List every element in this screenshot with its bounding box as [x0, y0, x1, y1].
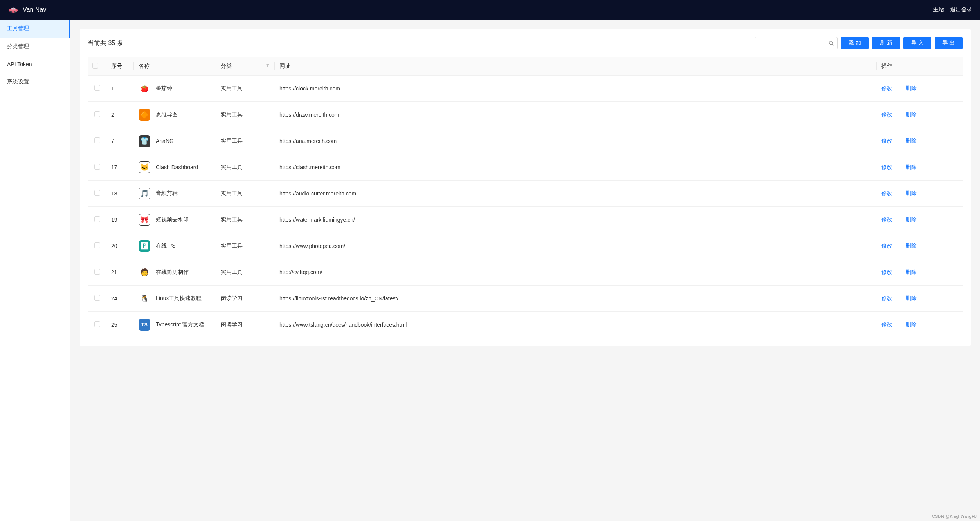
content-card: 当前共 35 条 添加 刷新 导入 导出 [80, 29, 971, 346]
row-name-cell: 🔶 思维导图 [134, 102, 216, 128]
row-checkbox[interactable] [94, 164, 100, 170]
table-row: 17 🐱 Clash Dashboard 实用工具 https://clash.… [88, 154, 963, 181]
edit-link[interactable]: 修改 [881, 321, 892, 327]
edit-link[interactable]: 修改 [881, 190, 892, 196]
table-row: 19 🎀 短视频去水印 实用工具 https://watermark.liumi… [88, 207, 963, 233]
row-url: https://aria.mereith.com [275, 128, 877, 154]
delete-link[interactable]: 删除 [906, 295, 917, 301]
row-name-cell: 🐱 Clash Dashboard [134, 154, 216, 181]
row-actions: 修改 删除 [877, 312, 963, 338]
refresh-button[interactable]: 刷新 [872, 37, 900, 49]
sidebar-item-1[interactable]: 分类管理 [0, 38, 70, 56]
row-checkbox-cell [88, 233, 106, 259]
row-name-cell: 🍅 番茄钟 [134, 76, 216, 102]
edit-link[interactable]: 修改 [881, 242, 892, 249]
row-checkbox[interactable] [94, 111, 100, 117]
row-seq: 1 [106, 76, 134, 102]
item-name: Clash Dashboard [156, 164, 198, 170]
row-seq: 25 [106, 312, 134, 338]
row-actions: 修改 删除 [877, 286, 963, 312]
row-url: https://www.tslang.cn/docs/handbook/inte… [275, 312, 877, 338]
row-checkbox[interactable] [94, 85, 100, 91]
item-name: Typescript 官方文档 [156, 321, 204, 328]
row-url: http://cv.ftqq.com/ [275, 259, 877, 286]
sidebar-item-0[interactable]: 工具管理 [0, 20, 70, 38]
edit-link[interactable]: 修改 [881, 111, 892, 118]
row-category: 实用工具 [216, 181, 275, 207]
delete-link[interactable]: 删除 [906, 269, 917, 275]
edit-link[interactable]: 修改 [881, 85, 892, 91]
header-url[interactable]: 网址 [275, 57, 877, 76]
row-name-cell: 🎵 音频剪辑 [134, 181, 216, 207]
header-category[interactable]: 分类 [216, 57, 275, 76]
item-icon: 🔶 [139, 109, 150, 121]
edit-link[interactable]: 修改 [881, 269, 892, 275]
edit-link[interactable]: 修改 [881, 295, 892, 301]
delete-link[interactable]: 删除 [906, 242, 917, 249]
item-icon: 🎀 [139, 214, 150, 226]
item-name: 番茄钟 [156, 85, 172, 92]
item-icon: 👕 [139, 135, 150, 147]
car-logo-icon [8, 6, 19, 14]
app-header: Van Nav 主站 退出登录 [0, 0, 980, 20]
table-row: 7 👕 AriaNG 实用工具 https://aria.mereith.com… [88, 128, 963, 154]
sidebar-item-3[interactable]: 系统设置 [0, 73, 70, 91]
export-button[interactable]: 导出 [935, 37, 963, 49]
row-checkbox[interactable] [94, 190, 100, 196]
row-actions: 修改 删除 [877, 76, 963, 102]
item-icon: 🎵 [139, 188, 150, 199]
delete-link[interactable]: 删除 [906, 216, 917, 223]
row-category: 实用工具 [216, 76, 275, 102]
row-checkbox[interactable] [94, 295, 100, 301]
row-checkbox[interactable] [94, 216, 100, 222]
row-url: https://draw.mereith.com [275, 102, 877, 128]
table-body: 1 🍅 番茄钟 实用工具 https://clock.mereith.com 修… [88, 76, 963, 338]
main-content: 当前共 35 条 添加 刷新 导入 导出 [70, 20, 980, 521]
logout-link[interactable]: 退出登录 [950, 6, 972, 13]
header-seq[interactable]: 序号 [106, 57, 134, 76]
row-checkbox-cell [88, 128, 106, 154]
svg-rect-6 [14, 8, 15, 10]
row-actions: 修改 删除 [877, 233, 963, 259]
search-button[interactable] [825, 37, 838, 49]
row-checkbox[interactable] [94, 269, 100, 275]
add-button[interactable]: 添加 [841, 37, 869, 49]
sidebar: 工具管理分类管理API Token系统设置 [0, 20, 70, 521]
edit-link[interactable]: 修改 [881, 164, 892, 170]
row-actions: 修改 删除 [877, 154, 963, 181]
delete-link[interactable]: 删除 [906, 321, 917, 327]
main-site-link[interactable]: 主站 [933, 6, 944, 13]
row-seq: 19 [106, 207, 134, 233]
search-icon [829, 40, 834, 46]
tools-table: 序号 名称 分类 网址 操作 1 🍅 [88, 57, 963, 338]
delete-link[interactable]: 删除 [906, 164, 917, 170]
filter-icon[interactable] [265, 63, 270, 69]
row-checkbox-cell [88, 259, 106, 286]
delete-link[interactable]: 删除 [906, 190, 917, 196]
row-name-cell: 🎀 短视频去水印 [134, 207, 216, 233]
header-right: 主站 退出登录 [933, 6, 972, 13]
delete-link[interactable]: 删除 [906, 111, 917, 118]
toolbar-actions: 添加 刷新 导入 导出 [755, 37, 963, 49]
svg-line-8 [832, 44, 834, 46]
import-button[interactable]: 导入 [903, 37, 931, 49]
sidebar-item-2[interactable]: API Token [0, 56, 70, 73]
item-icon: 🧑 [139, 266, 150, 278]
row-url: https://watermark.liumingye.cn/ [275, 207, 877, 233]
edit-link[interactable]: 修改 [881, 216, 892, 223]
row-name-cell: 🐧 Linux工具快速教程 [134, 286, 216, 312]
table-header: 序号 名称 分类 网址 操作 [88, 57, 963, 76]
delete-link[interactable]: 删除 [906, 137, 917, 144]
select-all-checkbox[interactable] [92, 63, 98, 69]
header-name[interactable]: 名称 [134, 57, 216, 76]
row-url: https://www.photopea.com/ [275, 233, 877, 259]
row-checkbox[interactable] [94, 242, 100, 248]
edit-link[interactable]: 修改 [881, 137, 892, 144]
row-checkbox[interactable] [94, 137, 100, 143]
row-url: https://linuxtools-rst.readthedocs.io/zh… [275, 286, 877, 312]
delete-link[interactable]: 删除 [906, 85, 917, 91]
table-row: 1 🍅 番茄钟 实用工具 https://clock.mereith.com 修… [88, 76, 963, 102]
search-input[interactable] [755, 37, 825, 49]
item-name: 在线简历制作 [156, 269, 189, 276]
row-checkbox[interactable] [94, 321, 100, 327]
